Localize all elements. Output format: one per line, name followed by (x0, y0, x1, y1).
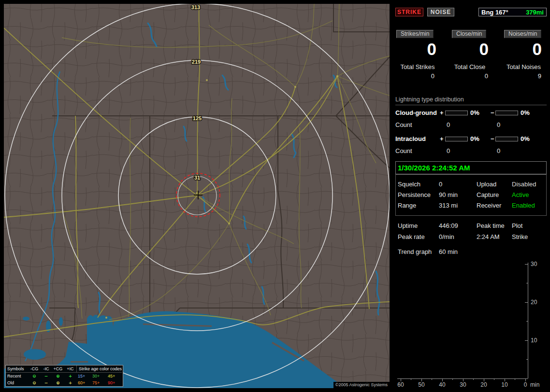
total-noises-label: Total Noises (501, 63, 547, 70)
age-code-45: 45+ (106, 373, 122, 379)
ic-negative-count: 0 (497, 147, 500, 154)
total-strikes-label: Total Strikes (395, 63, 440, 70)
persistence-value: 90 min (439, 191, 458, 198)
noises-per-min-value: 0 (501, 39, 542, 60)
svg-text:30: 30 (460, 381, 466, 388)
legend-recent-label: Recent (6, 373, 28, 379)
ic-negative-percent: 0% (521, 135, 530, 142)
svg-text:20: 20 (480, 381, 487, 388)
noise-indicator-button[interactable]: NOISE (427, 8, 454, 16)
intracloud-row: Intracloud + 0% − 0% (395, 135, 547, 143)
cg-negative-count: 0 (497, 121, 500, 128)
total-noises-value: 9 (501, 72, 541, 80)
persistence-label: Persistence (398, 191, 431, 198)
legend-symbols-header: Symbols (6, 365, 28, 373)
ic-positive-bar (445, 137, 468, 141)
plot-mode-value: Strike (512, 233, 528, 240)
age-code-90: 90+ (106, 379, 122, 386)
pos-ic-recent-icon: + (64, 373, 76, 379)
strikes-per-min-value: 0 (395, 39, 437, 60)
ring-label-219: 219 (192, 59, 201, 65)
total-strikes-value: 0 (395, 72, 434, 80)
cg-positive-percent: 0% (470, 109, 479, 116)
age-code-30: 30+ (91, 373, 106, 379)
close-per-min-value: 0 (448, 39, 489, 60)
upload-status: Disabled (512, 181, 536, 188)
peak-time-value: 2:24 AM (477, 233, 500, 240)
bearing-distance: 379mi (526, 9, 544, 16)
svg-text:60: 60 (397, 381, 404, 388)
pos-cg-recent-icon: ⊕ (52, 373, 64, 379)
neg-ic-old-icon: − (41, 379, 52, 386)
strikes-per-min-button[interactable]: Strikes/min (396, 30, 434, 38)
ring-label-125: 125 (193, 115, 202, 121)
neg-cg-old-icon: ⊖ (28, 379, 41, 386)
minus-sign: − (491, 109, 494, 116)
ic-positive-count: 0 (447, 147, 450, 154)
peak-rate-value: 0/min (439, 233, 454, 240)
squelch-value: 0 (439, 181, 442, 188)
ring-label-31: 31 (194, 175, 200, 181)
svg-text:0: 0 (524, 381, 527, 388)
copyright-notice: ©2005 Astrogenic Systems (333, 382, 390, 388)
cg-positive-bar (445, 111, 468, 115)
peak-rate-label: Peak rate (398, 233, 425, 240)
trend-graph-label: Trend graph (398, 248, 432, 255)
svg-text:50: 50 (418, 381, 425, 388)
section-divider (395, 105, 547, 105)
trend-graph: 30 20 10 60 50 40 30 20 10 0 min (395, 260, 547, 388)
status-row: Peak rate 0/min 2:24 AM Strike (395, 233, 547, 241)
x-tick-labels: 60 50 40 30 20 10 0 (397, 381, 527, 388)
plus-sign: + (440, 135, 444, 142)
neg-ic-recent-icon: − (41, 373, 52, 379)
strike-indicator-button[interactable]: STRIKE (395, 8, 423, 16)
bearing-display: Bng 167° 379mi (478, 8, 547, 16)
ring-label-313: 313 (191, 4, 200, 10)
y-tick-30: 30 (531, 261, 537, 267)
plus-sign: + (440, 109, 444, 116)
uptime-label: Uptime (398, 222, 418, 229)
capture-label: Capture (477, 191, 499, 198)
plot-label: Plot (512, 222, 522, 229)
y-tick-20: 20 (531, 299, 537, 306)
noises-per-min-button[interactable]: Noises/min (504, 30, 541, 38)
legend-col-neg-ic: -IC (41, 365, 52, 373)
map-legend: Symbols -CG -IC +CG +IC Strike age color… (5, 365, 123, 387)
age-code-75: 75+ (91, 379, 106, 386)
legend-age-header: Strike age color codes (76, 365, 122, 373)
close-per-min-button[interactable]: Close/min (452, 30, 486, 38)
range-label: Range (398, 202, 416, 209)
cg-negative-bar (495, 111, 518, 115)
age-code-60: 60+ (76, 379, 91, 386)
count-label: Count (395, 121, 412, 128)
system-clock: 1/30/2026 2:24:52 AM (395, 161, 547, 174)
intracloud-label: Intracloud (395, 135, 426, 142)
legend-old-label: Old (6, 379, 28, 386)
capture-status: Active (512, 191, 529, 198)
svg-text:10: 10 (501, 381, 508, 388)
pos-ic-old-icon: + (64, 379, 76, 386)
squelch-label: Squelch (398, 181, 420, 188)
cloud-ground-count-row: Count 0 0 (395, 121, 547, 129)
intracloud-count-row: Count 0 0 (395, 147, 547, 155)
svg-text:40: 40 (439, 381, 446, 388)
legend-col-neg-cg: -CG (28, 365, 41, 373)
x-unit-label: min (530, 381, 539, 388)
total-close-label: Total Close (448, 63, 492, 70)
neg-cg-recent-icon: ⊖ (28, 373, 41, 379)
ic-positive-percent: 0% (470, 135, 479, 142)
trend-graph-span: 60 min (439, 248, 458, 255)
cloud-ground-row: Cloud-ground + 0% − 0% (395, 109, 547, 117)
peak-time-label: Peak time (477, 222, 505, 229)
receiver-status: Enabled (512, 202, 535, 209)
lightning-map[interactable]: 313 219 125 31 Symbols -CG -IC +CG +IC S… (4, 4, 390, 388)
map-canvas: 313 219 125 31 (4, 4, 390, 388)
cg-negative-percent: 0% (521, 109, 530, 116)
uptime-value: 446:09 (439, 222, 458, 229)
status-row: Uptime 446:09 Peak time Plot (395, 222, 547, 230)
settings-row: Range 313 mi Receiver Enabled (395, 202, 547, 210)
count-label: Count (395, 147, 412, 154)
distribution-section-title: Lightning type distribution (395, 96, 464, 103)
cloud-ground-label: Cloud-ground (395, 109, 437, 116)
pos-cg-old-icon: ⊕ (52, 379, 64, 386)
